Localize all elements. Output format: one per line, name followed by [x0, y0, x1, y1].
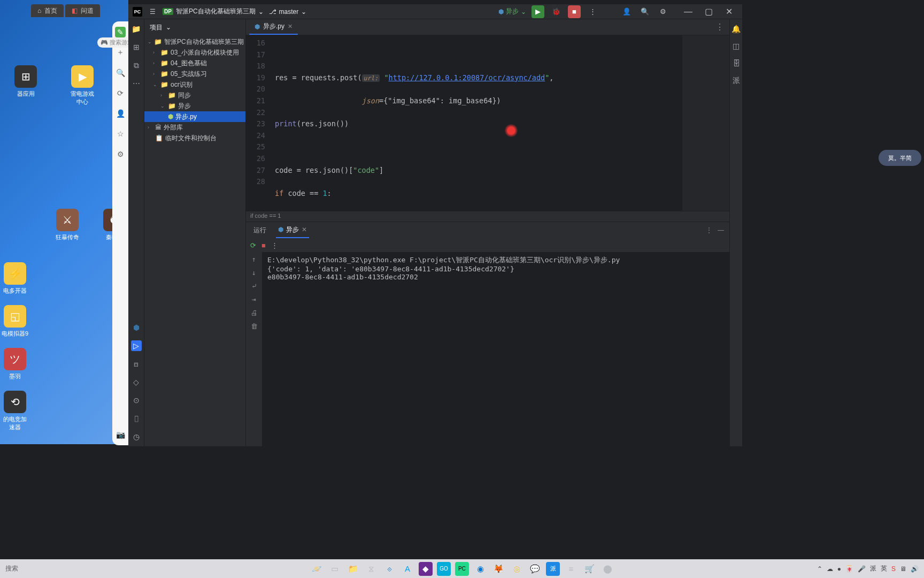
taskbar-edge[interactable]: ◉: [473, 562, 487, 576]
run-tool-icon[interactable]: ▷: [131, 340, 142, 351]
tray-lang-icon[interactable]: 🀄: [845, 565, 853, 573]
terminal-tool-icon[interactable]: ⌷: [131, 413, 142, 424]
tray-s-icon[interactable]: S: [891, 565, 896, 573]
run-tab-run[interactable]: 运行: [251, 222, 268, 238]
tree-folder-sync[interactable]: ›📁同步: [144, 90, 245, 101]
taskbar-pai[interactable]: 派: [546, 562, 560, 576]
packages-tool-icon[interactable]: ⧈: [131, 359, 142, 369]
hamburger-icon[interactable]: ☰: [148, 7, 157, 17]
taskbar-pycharm[interactable]: PC: [455, 562, 469, 576]
tree-root[interactable]: ⌄ 📁 智派PC自动化基础班第三期 F:\: [144, 36, 245, 47]
run-panel-more-icon[interactable]: ⋮: [706, 226, 712, 234]
tree-folder-async[interactable]: ⌄📁异步: [144, 101, 245, 111]
trash-icon[interactable]: 🗑: [251, 322, 258, 330]
desktop-icon-speed[interactable]: ⟲ 的电竞加速器: [1, 391, 29, 431]
tree-file-async-py[interactable]: ⬢异步.py: [144, 111, 245, 122]
taskbar-app2[interactable]: ◎: [510, 562, 523, 576]
commit-tool-icon[interactable]: ⊞: [131, 42, 142, 52]
tray-vol-icon[interactable]: 🔊: [911, 565, 919, 573]
desktop-icon-elec[interactable]: ⚡ 电多开器: [1, 262, 29, 295]
down-icon[interactable]: ↓: [252, 269, 256, 277]
run-button[interactable]: ▶: [532, 5, 544, 18]
search-icon[interactable]: 🔍: [638, 5, 651, 18]
project-tool-icon[interactable]: 📁: [131, 24, 142, 34]
tree-folder-ocr[interactable]: ⌄📁ocr识别: [144, 79, 245, 90]
settings-icon[interactable]: ⚙: [657, 5, 669, 18]
maximize-button[interactable]: ▢: [699, 5, 718, 18]
run-panel-minimize-icon[interactable]: —: [718, 226, 724, 234]
db-icon[interactable]: 🗄: [733, 59, 740, 67]
print-icon[interactable]: 🖨: [251, 309, 258, 317]
taskbar-search[interactable]: 搜索: [5, 564, 18, 573]
notifications-icon[interactable]: 🔔: [732, 25, 741, 33]
tree-folder-05[interactable]: ›📁05_实战练习: [144, 69, 245, 79]
os-strip-camera[interactable]: 📷: [115, 429, 126, 440]
branch-selector[interactable]: ⎇ master ⌄: [269, 8, 307, 16]
taskbar-app1[interactable]: ◆: [419, 562, 433, 576]
rerun-icon[interactable]: ⟳: [250, 241, 256, 249]
tray-ime-icon[interactable]: 英: [881, 564, 887, 573]
up-icon[interactable]: ↑: [252, 255, 256, 263]
code-editor[interactable]: 👁 ⚠ 1 ⌃ ⌄ 16171819202122232425262728 res…: [246, 35, 729, 211]
run-config-selector[interactable]: ⬢ 异步 ⌄: [498, 7, 526, 16]
os-strip-search[interactable]: 🔍: [115, 67, 126, 78]
minimize-button[interactable]: —: [679, 5, 697, 18]
file-tab-async[interactable]: ⬢ 异步.py ✕: [249, 19, 298, 35]
taskbar-vscode[interactable]: ⟐: [382, 562, 396, 576]
taskbar-wechat[interactable]: 💬: [528, 562, 542, 576]
git-tool-icon[interactable]: ◷: [131, 431, 142, 442]
os-strip-app1[interactable]: ✎: [115, 27, 126, 37]
more-run-icon[interactable]: ⋮: [271, 241, 278, 249]
ai-icon[interactable]: ◫: [733, 42, 740, 50]
tree-folder-04[interactable]: ›📁04_图色基础: [144, 58, 245, 69]
os-strip-settings[interactable]: ⚙: [115, 149, 126, 159]
tray-app-icon[interactable]: ●: [837, 565, 841, 573]
desktop-icon-moyu[interactable]: ツ 墨羽: [1, 348, 29, 381]
window-tab-wendao[interactable]: ◧ 问道: [65, 4, 100, 17]
taskbar-saturn[interactable]: 🪐: [310, 562, 324, 576]
services-tool-icon[interactable]: ◇: [131, 377, 142, 387]
taskbar-firefox[interactable]: 🦊: [491, 562, 505, 576]
debug-button[interactable]: 🐞: [550, 5, 563, 18]
python-tool-icon[interactable]: ⬢: [131, 322, 142, 333]
tree-scratch[interactable]: 📋临时文件和控制台: [144, 133, 245, 143]
stop-button[interactable]: ■: [568, 5, 581, 18]
desktop-icon-sim[interactable]: ◱ 电模拟器9: [1, 305, 29, 338]
os-strip-star[interactable]: ☆: [115, 128, 126, 139]
structure-tool-icon[interactable]: ⧉: [131, 60, 142, 71]
tray-pai-icon[interactable]: 派: [870, 564, 876, 573]
scroll-icon[interactable]: ⇥: [252, 295, 256, 303]
tray-onedrive-icon[interactable]: ☁: [827, 565, 833, 573]
project-panel-header[interactable]: 项目 ⌄: [144, 19, 245, 35]
collab-icon[interactable]: 👤: [620, 5, 633, 18]
taskbar-explorer1[interactable]: ▭: [328, 562, 342, 576]
taskbar-app3[interactable]: ≡: [564, 562, 578, 576]
taskbar-files[interactable]: 📁: [346, 562, 360, 576]
project-selector[interactable]: DP 智派PC自动化基础班第三期 ⌄: [163, 7, 264, 16]
tray-chevron-icon[interactable]: ⌃: [817, 565, 822, 573]
taskbar-store[interactable]: A: [401, 562, 414, 576]
os-strip-add[interactable]: ＋: [115, 47, 126, 58]
window-tab-home[interactable]: ⌂ 首页: [31, 4, 64, 17]
docs-icon[interactable]: 派: [733, 76, 740, 86]
close-icon[interactable]: ✕: [302, 226, 307, 233]
tray-mic-icon[interactable]: 🎤: [858, 565, 866, 573]
taskbar-app4[interactable]: 🛒: [582, 562, 596, 576]
tab-bar-more[interactable]: ⋮: [715, 22, 729, 32]
os-strip-refresh[interactable]: ⟳: [115, 88, 126, 98]
code-content[interactable]: res = requests.post(url: "http://127.0.0…: [271, 35, 729, 211]
taskbar-edge2[interactable]: ⧖: [364, 562, 378, 576]
tree-ext-libs[interactable]: ›🏛外部库: [144, 122, 245, 133]
close-tab-icon[interactable]: ✕: [288, 23, 292, 30]
breadcrumb[interactable]: if code == 1: [246, 211, 729, 222]
tray-net-icon[interactable]: 🖥: [900, 565, 906, 573]
os-strip-user[interactable]: 👤: [115, 108, 126, 119]
desktop-icon-apps[interactable]: ⊞ 器应用: [12, 65, 40, 98]
wrap-icon[interactable]: ⤶: [251, 282, 257, 290]
desktop-icon-leidian[interactable]: ▶ 雷电游戏中心: [68, 65, 96, 106]
run-output[interactable]: E:\develop\Python38_32\python.exe F:\pro…: [262, 252, 729, 446]
stop-run-icon[interactable]: ■: [261, 241, 266, 249]
taskbar-goland[interactable]: GO: [437, 562, 451, 576]
more-tool-icon[interactable]: ⋯: [131, 78, 142, 89]
close-button[interactable]: ✕: [720, 5, 738, 18]
